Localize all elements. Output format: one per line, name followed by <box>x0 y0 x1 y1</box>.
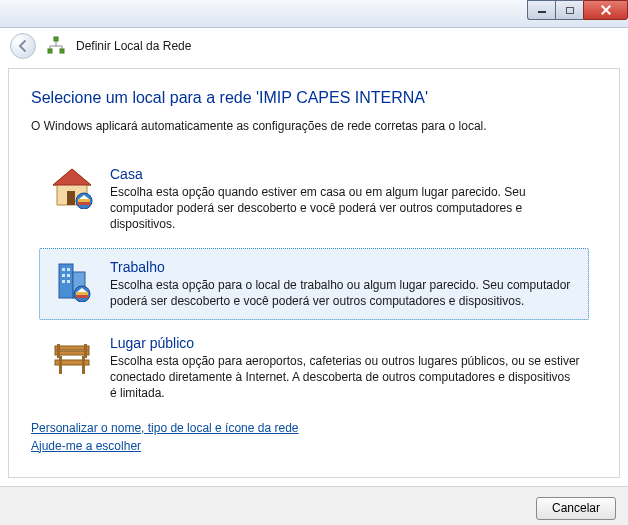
options-list: Casa Escolha esta opção quando estiver e… <box>31 155 597 413</box>
close-button[interactable] <box>583 0 628 20</box>
option-desc: Escolha esta opção quando estiver em cas… <box>110 184 580 233</box>
svg-rect-27 <box>57 344 60 358</box>
svg-rect-17 <box>67 280 70 283</box>
option-work[interactable]: Trabalho Escolha esta opção para o local… <box>39 248 589 320</box>
title-bar <box>0 0 628 28</box>
back-button[interactable] <box>10 33 36 59</box>
svg-rect-12 <box>62 268 65 271</box>
svg-rect-22 <box>55 346 89 350</box>
svg-rect-9 <box>78 202 90 205</box>
header-title: Definir Local da Rede <box>76 39 191 53</box>
svg-rect-28 <box>84 344 87 358</box>
network-tree-icon <box>46 36 66 56</box>
bench-icon <box>48 335 96 379</box>
option-desc: Escolha esta opção para aeroportos, cafe… <box>110 353 580 402</box>
svg-rect-25 <box>59 356 62 374</box>
footer: Cancelar <box>0 486 628 525</box>
svg-rect-2 <box>60 49 64 53</box>
customize-link[interactable]: Personalizar o nome, tipo de local e íco… <box>31 421 299 435</box>
svg-rect-23 <box>55 351 89 355</box>
option-home[interactable]: Casa Escolha esta opção quando estiver e… <box>39 155 589 244</box>
svg-rect-5 <box>67 191 75 205</box>
svg-rect-13 <box>67 268 70 271</box>
option-public[interactable]: Lugar público Escolha esta opção para ae… <box>39 324 589 413</box>
close-icon <box>600 4 612 16</box>
help-link[interactable]: Ajude-me a escolher <box>31 439 141 453</box>
option-title: Trabalho <box>110 259 580 275</box>
svg-rect-15 <box>67 274 70 277</box>
links-area: Personalizar o nome, tipo de local e íco… <box>31 421 597 453</box>
maximize-icon <box>566 7 574 14</box>
svg-rect-20 <box>76 292 88 295</box>
svg-rect-21 <box>76 295 88 298</box>
maximize-button[interactable] <box>555 0 583 20</box>
page-heading: Selecione um local para a rede 'IMIP CAP… <box>31 89 597 107</box>
minimize-button[interactable] <box>527 0 555 20</box>
svg-rect-14 <box>62 274 65 277</box>
building-icon <box>48 259 96 303</box>
home-icon <box>48 166 96 210</box>
svg-rect-26 <box>82 356 85 374</box>
option-title: Casa <box>110 166 580 182</box>
page-subtext: O Windows aplicará automaticamente as co… <box>31 119 597 133</box>
svg-rect-0 <box>54 37 58 41</box>
content-panel: Selecione um local para a rede 'IMIP CAP… <box>8 68 620 478</box>
window-controls <box>527 0 628 20</box>
option-desc: Escolha esta opção para o local de traba… <box>110 277 580 309</box>
svg-rect-16 <box>62 280 65 283</box>
cancel-button[interactable]: Cancelar <box>536 497 616 520</box>
svg-rect-10 <box>59 264 73 298</box>
minimize-icon <box>538 11 546 13</box>
back-arrow-icon <box>16 39 30 53</box>
option-title: Lugar público <box>110 335 580 351</box>
header-row: Definir Local da Rede <box>0 28 628 64</box>
svg-rect-1 <box>48 49 52 53</box>
svg-rect-8 <box>78 199 90 202</box>
svg-marker-4 <box>53 169 91 185</box>
